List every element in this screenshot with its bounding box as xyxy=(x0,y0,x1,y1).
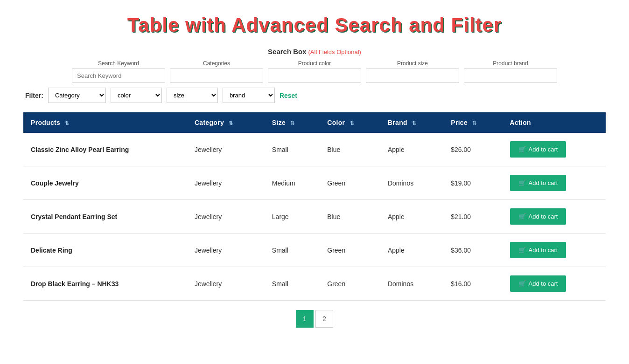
page-wrapper: Table with Advanced Search and Filter Se… xyxy=(0,0,629,346)
cell-size: Small xyxy=(265,234,320,267)
product-size-group: Product size xyxy=(366,60,459,83)
page-btn-1[interactable]: 1 xyxy=(296,310,314,328)
add-to-cart-button[interactable]: 🛒 Add to cart xyxy=(510,208,566,225)
col-size: Size ⇅ xyxy=(265,112,320,133)
product-color-group: Product color xyxy=(268,60,361,83)
add-to-cart-button[interactable]: 🛒 Add to cart xyxy=(510,175,566,191)
cart-icon: 🛒 xyxy=(518,247,526,254)
page-btn-2[interactable]: 2 xyxy=(315,310,333,328)
cell-product: Crystal Pendant Earring Set xyxy=(23,200,187,234)
cell-brand: Dominos xyxy=(380,267,443,301)
cell-category: Jewellery xyxy=(187,166,265,200)
sort-icon-size: ⇅ xyxy=(290,120,294,126)
search-keyword-input[interactable] xyxy=(72,69,165,83)
col-action: Action xyxy=(503,112,606,133)
cell-price: $36.00 xyxy=(443,234,502,267)
col-brand: Brand ⇅ xyxy=(380,112,443,133)
cart-icon: 🛒 xyxy=(518,179,526,186)
table-row: Classic Zinc Alloy Pearl Earring Jewelle… xyxy=(23,133,606,166)
product-brand-input[interactable] xyxy=(464,69,557,83)
table-header-row: Products ⇅ Category ⇅ Size ⇅ Color ⇅ Bra… xyxy=(23,112,606,133)
reset-button[interactable]: Reset xyxy=(280,92,297,99)
cell-brand: Dominos xyxy=(380,166,443,200)
cell-action: 🛒 Add to cart xyxy=(503,200,606,234)
categories-group: Categories xyxy=(170,60,263,83)
product-brand-group: Product brand xyxy=(464,60,557,83)
cell-category: Jewellery xyxy=(187,234,265,267)
cell-action: 🛒 Add to cart xyxy=(503,267,606,301)
cell-size: Small xyxy=(265,133,320,166)
col-products: Products ⇅ xyxy=(23,112,187,133)
cell-size: Small xyxy=(265,267,320,301)
cell-color: Green xyxy=(320,234,380,267)
cell-category: Jewellery xyxy=(187,200,265,234)
products-table: Products ⇅ Category ⇅ Size ⇅ Color ⇅ Bra… xyxy=(23,112,606,301)
filter-label: Filter: xyxy=(25,92,43,99)
cell-category: Jewellery xyxy=(187,267,265,301)
cell-size: Medium xyxy=(265,166,320,200)
product-size-input[interactable] xyxy=(366,69,459,83)
cell-color: Green xyxy=(320,267,380,301)
cart-icon: 🛒 xyxy=(518,280,526,287)
col-category: Category ⇅ xyxy=(187,112,265,133)
pagination: 1 2 xyxy=(23,310,606,328)
cell-product: Drop Black Earring – NHK33 xyxy=(23,267,187,301)
add-to-cart-button[interactable]: 🛒 Add to cart xyxy=(510,141,566,158)
page-title: Table with Advanced Search and Filter xyxy=(23,9,606,36)
cell-price: $19.00 xyxy=(443,166,502,200)
color-filter-select[interactable]: color Blue Green Red xyxy=(111,88,162,103)
cell-product: Delicate Ring xyxy=(23,234,187,267)
search-keyword-group: Search Keyword xyxy=(72,60,165,83)
categories-label: Categories xyxy=(203,60,230,67)
table-row: Crystal Pendant Earring Set Jewellery La… xyxy=(23,200,606,234)
cell-product: Couple Jewelry xyxy=(23,166,187,200)
sort-icon-products: ⇅ xyxy=(65,120,69,126)
cell-product: Classic Zinc Alloy Pearl Earring xyxy=(23,133,187,166)
cell-color: Blue xyxy=(320,200,380,234)
sort-icon-color: ⇅ xyxy=(350,120,354,126)
product-color-label: Product color xyxy=(298,60,331,67)
product-brand-label: Product brand xyxy=(493,60,528,67)
cell-brand: Apple xyxy=(380,133,443,166)
categories-input[interactable] xyxy=(170,69,263,83)
cell-size: Large xyxy=(265,200,320,234)
sort-icon-brand: ⇅ xyxy=(412,120,416,126)
cell-brand: Apple xyxy=(380,234,443,267)
cell-action: 🛒 Add to cart xyxy=(503,166,606,200)
cell-price: $26.00 xyxy=(443,133,502,166)
cell-brand: Apple xyxy=(380,200,443,234)
filter-row: Filter: Category Jewellery Electronics C… xyxy=(23,88,606,103)
table-row: Delicate Ring Jewellery Small Green Appl… xyxy=(23,234,606,267)
cell-category: Jewellery xyxy=(187,133,265,166)
cell-action: 🛒 Add to cart xyxy=(503,234,606,267)
cell-color: Green xyxy=(320,166,380,200)
search-box-label: Search Box (All Fields Optional) xyxy=(23,48,606,55)
brand-filter-select[interactable]: brand Apple Dominos xyxy=(223,88,275,103)
product-color-input[interactable] xyxy=(268,69,361,83)
cell-price: $21.00 xyxy=(443,200,502,234)
search-box-main-label: Search Box xyxy=(268,48,307,55)
category-filter-select[interactable]: Category Jewellery Electronics Clothing xyxy=(48,88,106,103)
col-color: Color ⇅ xyxy=(320,112,380,133)
search-box-sub-label: (All Fields Optional) xyxy=(308,48,361,55)
cell-price: $16.00 xyxy=(443,267,502,301)
add-to-cart-button[interactable]: 🛒 Add to cart xyxy=(510,242,566,258)
add-to-cart-button[interactable]: 🛒 Add to cart xyxy=(510,275,566,292)
col-price: Price ⇅ xyxy=(443,112,502,133)
cell-action: 🛒 Add to cart xyxy=(503,133,606,166)
table-row: Drop Black Earring – NHK33 Jewellery Sma… xyxy=(23,267,606,301)
sort-icon-category: ⇅ xyxy=(229,120,233,126)
size-filter-select[interactable]: size Small Medium Large xyxy=(167,88,218,103)
search-fields-container: Search Keyword Categories Product color … xyxy=(23,60,606,83)
sort-icon-price: ⇅ xyxy=(472,120,476,126)
cart-icon: 🛒 xyxy=(518,146,526,153)
product-size-label: Product size xyxy=(397,60,428,67)
cell-color: Blue xyxy=(320,133,380,166)
table-row: Couple Jewelry Jewellery Medium Green Do… xyxy=(23,166,606,200)
cart-icon: 🛒 xyxy=(518,213,526,220)
search-keyword-label: Search Keyword xyxy=(98,60,139,67)
